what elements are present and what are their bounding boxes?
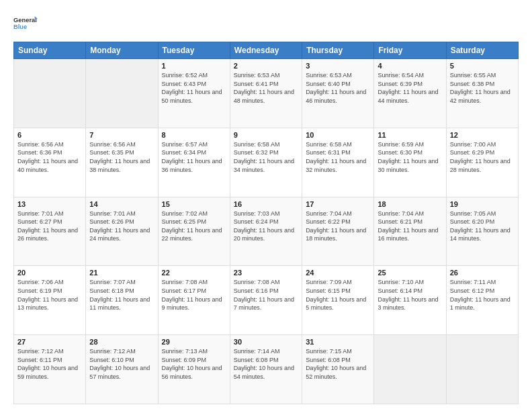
day-info: Sunrise: 7:13 AM Sunset: 6:09 PM Dayligh… bbox=[162, 347, 226, 381]
day-number: 18 bbox=[378, 200, 442, 208]
calendar-cell: 5Sunrise: 6:55 AM Sunset: 6:38 PM Daylig… bbox=[446, 59, 518, 128]
calendar-cell: 13Sunrise: 7:01 AM Sunset: 6:27 PM Dayli… bbox=[14, 197, 86, 266]
day-info: Sunrise: 7:12 AM Sunset: 6:11 PM Dayligh… bbox=[17, 347, 82, 381]
calendar-cell: 16Sunrise: 7:03 AM Sunset: 6:24 PM Dayli… bbox=[230, 197, 302, 266]
calendar-cell: 14Sunrise: 7:01 AM Sunset: 6:26 PM Dayli… bbox=[86, 197, 158, 266]
day-info: Sunrise: 6:56 AM Sunset: 6:36 PM Dayligh… bbox=[17, 140, 82, 174]
day-info: Sunrise: 7:08 AM Sunset: 6:16 PM Dayligh… bbox=[234, 278, 298, 312]
calendar-cell: 29Sunrise: 7:13 AM Sunset: 6:09 PM Dayli… bbox=[158, 335, 230, 404]
day-info: Sunrise: 6:53 AM Sunset: 6:41 PM Dayligh… bbox=[234, 71, 298, 105]
calendar-cell: 21Sunrise: 7:07 AM Sunset: 6:18 PM Dayli… bbox=[86, 266, 158, 335]
day-info: Sunrise: 7:01 AM Sunset: 6:26 PM Dayligh… bbox=[89, 210, 154, 243]
day-info: Sunrise: 7:11 AM Sunset: 6:12 PM Dayligh… bbox=[450, 278, 515, 312]
calendar-cell bbox=[86, 59, 158, 128]
day-number: 11 bbox=[378, 131, 442, 139]
day-info: Sunrise: 7:00 AM Sunset: 6:29 PM Dayligh… bbox=[450, 140, 515, 174]
calendar-cell: 8Sunrise: 6:57 AM Sunset: 6:34 PM Daylig… bbox=[158, 128, 230, 197]
calendar-cell: 25Sunrise: 7:10 AM Sunset: 6:14 PM Dayli… bbox=[374, 266, 446, 335]
day-info: Sunrise: 7:05 AM Sunset: 6:20 PM Dayligh… bbox=[450, 210, 515, 243]
calendar-cell: 17Sunrise: 7:04 AM Sunset: 6:22 PM Dayli… bbox=[302, 197, 374, 266]
calendar-cell: 6Sunrise: 6:56 AM Sunset: 6:36 PM Daylig… bbox=[14, 128, 86, 197]
calendar-cell: 31Sunrise: 7:15 AM Sunset: 6:08 PM Dayli… bbox=[302, 335, 374, 404]
day-number: 6 bbox=[17, 131, 82, 139]
svg-text:Blue: Blue bbox=[13, 24, 27, 30]
calendar-header-row: Sunday Monday Tuesday Wednesday Thursday… bbox=[14, 42, 519, 59]
day-number: 27 bbox=[17, 338, 82, 346]
day-info: Sunrise: 7:04 AM Sunset: 6:22 PM Dayligh… bbox=[306, 210, 370, 243]
col-sunday: Sunday bbox=[14, 42, 86, 59]
day-number: 24 bbox=[306, 269, 370, 277]
day-info: Sunrise: 6:58 AM Sunset: 6:32 PM Dayligh… bbox=[234, 140, 298, 174]
calendar-cell: 27Sunrise: 7:12 AM Sunset: 6:11 PM Dayli… bbox=[14, 335, 86, 404]
day-number: 7 bbox=[89, 131, 154, 139]
logo-svg: General Blue bbox=[13, 11, 38, 35]
day-number: 28 bbox=[89, 338, 154, 346]
col-saturday: Saturday bbox=[446, 42, 518, 59]
day-number: 20 bbox=[17, 269, 82, 277]
calendar-cell bbox=[14, 59, 86, 128]
day-info: Sunrise: 7:08 AM Sunset: 6:17 PM Dayligh… bbox=[162, 278, 226, 312]
calendar-cell: 4Sunrise: 6:54 AM Sunset: 6:39 PM Daylig… bbox=[374, 59, 446, 128]
day-number: 5 bbox=[450, 62, 515, 70]
day-number: 30 bbox=[234, 338, 298, 346]
calendar-cell: 23Sunrise: 7:08 AM Sunset: 6:16 PM Dayli… bbox=[230, 266, 302, 335]
day-info: Sunrise: 7:12 AM Sunset: 6:10 PM Dayligh… bbox=[89, 347, 154, 381]
day-info: Sunrise: 7:01 AM Sunset: 6:27 PM Dayligh… bbox=[17, 210, 82, 243]
day-number: 26 bbox=[450, 269, 515, 277]
day-info: Sunrise: 7:09 AM Sunset: 6:15 PM Dayligh… bbox=[306, 278, 370, 312]
day-number: 4 bbox=[378, 62, 442, 70]
calendar-week-4: 20Sunrise: 7:06 AM Sunset: 6:19 PM Dayli… bbox=[14, 266, 519, 335]
day-number: 15 bbox=[162, 200, 226, 208]
day-number: 12 bbox=[450, 131, 515, 139]
col-thursday: Thursday bbox=[302, 42, 374, 59]
day-number: 25 bbox=[378, 269, 442, 277]
calendar-cell: 22Sunrise: 7:08 AM Sunset: 6:17 PM Dayli… bbox=[158, 266, 230, 335]
day-number: 22 bbox=[162, 269, 226, 277]
calendar-week-3: 13Sunrise: 7:01 AM Sunset: 6:27 PM Dayli… bbox=[14, 197, 519, 266]
day-number: 29 bbox=[162, 338, 226, 346]
calendar-cell: 9Sunrise: 6:58 AM Sunset: 6:32 PM Daylig… bbox=[230, 128, 302, 197]
calendar-cell: 24Sunrise: 7:09 AM Sunset: 6:15 PM Dayli… bbox=[302, 266, 374, 335]
day-number: 2 bbox=[234, 62, 298, 70]
day-info: Sunrise: 6:57 AM Sunset: 6:34 PM Dayligh… bbox=[162, 140, 226, 174]
calendar-cell: 1Sunrise: 6:52 AM Sunset: 6:43 PM Daylig… bbox=[158, 59, 230, 128]
calendar-cell: 28Sunrise: 7:12 AM Sunset: 6:10 PM Dayli… bbox=[86, 335, 158, 404]
calendar-cell: 10Sunrise: 6:58 AM Sunset: 6:31 PM Dayli… bbox=[302, 128, 374, 197]
day-info: Sunrise: 6:56 AM Sunset: 6:35 PM Dayligh… bbox=[89, 140, 154, 174]
calendar-cell: 3Sunrise: 6:53 AM Sunset: 6:40 PM Daylig… bbox=[302, 59, 374, 128]
day-number: 19 bbox=[450, 200, 515, 208]
day-info: Sunrise: 7:15 AM Sunset: 6:08 PM Dayligh… bbox=[306, 347, 370, 381]
calendar-cell: 12Sunrise: 7:00 AM Sunset: 6:29 PM Dayli… bbox=[446, 128, 518, 197]
day-info: Sunrise: 7:02 AM Sunset: 6:25 PM Dayligh… bbox=[162, 210, 226, 243]
calendar-cell: 2Sunrise: 6:53 AM Sunset: 6:41 PM Daylig… bbox=[230, 59, 302, 128]
calendar-cell bbox=[374, 335, 446, 404]
calendar-table: Sunday Monday Tuesday Wednesday Thursday… bbox=[13, 42, 519, 404]
calendar-cell: 30Sunrise: 7:14 AM Sunset: 6:08 PM Dayli… bbox=[230, 335, 302, 404]
col-tuesday: Tuesday bbox=[158, 42, 230, 59]
calendar-week-5: 27Sunrise: 7:12 AM Sunset: 6:11 PM Dayli… bbox=[14, 335, 519, 404]
day-info: Sunrise: 7:06 AM Sunset: 6:19 PM Dayligh… bbox=[17, 278, 82, 312]
day-info: Sunrise: 6:52 AM Sunset: 6:43 PM Dayligh… bbox=[162, 71, 226, 105]
calendar-cell: 20Sunrise: 7:06 AM Sunset: 6:19 PM Dayli… bbox=[14, 266, 86, 335]
calendar-cell bbox=[446, 335, 518, 404]
day-info: Sunrise: 6:53 AM Sunset: 6:40 PM Dayligh… bbox=[306, 71, 370, 105]
svg-text:General: General bbox=[13, 17, 37, 24]
day-info: Sunrise: 6:58 AM Sunset: 6:31 PM Dayligh… bbox=[306, 140, 370, 174]
calendar-week-2: 6Sunrise: 6:56 AM Sunset: 6:36 PM Daylig… bbox=[14, 128, 519, 197]
day-number: 13 bbox=[17, 200, 82, 208]
day-info: Sunrise: 7:07 AM Sunset: 6:18 PM Dayligh… bbox=[89, 278, 154, 312]
calendar-cell: 7Sunrise: 6:56 AM Sunset: 6:35 PM Daylig… bbox=[86, 128, 158, 197]
day-number: 16 bbox=[234, 200, 298, 208]
col-wednesday: Wednesday bbox=[230, 42, 302, 59]
day-number: 10 bbox=[306, 131, 370, 139]
day-number: 14 bbox=[89, 200, 154, 208]
day-number: 21 bbox=[89, 269, 154, 277]
day-number: 31 bbox=[306, 338, 370, 346]
calendar-cell: 18Sunrise: 7:04 AM Sunset: 6:21 PM Dayli… bbox=[374, 197, 446, 266]
day-number: 17 bbox=[306, 200, 370, 208]
day-number: 1 bbox=[162, 62, 226, 70]
col-friday: Friday bbox=[374, 42, 446, 59]
day-info: Sunrise: 7:10 AM Sunset: 6:14 PM Dayligh… bbox=[378, 278, 442, 312]
day-number: 8 bbox=[162, 131, 226, 139]
col-monday: Monday bbox=[86, 42, 158, 59]
